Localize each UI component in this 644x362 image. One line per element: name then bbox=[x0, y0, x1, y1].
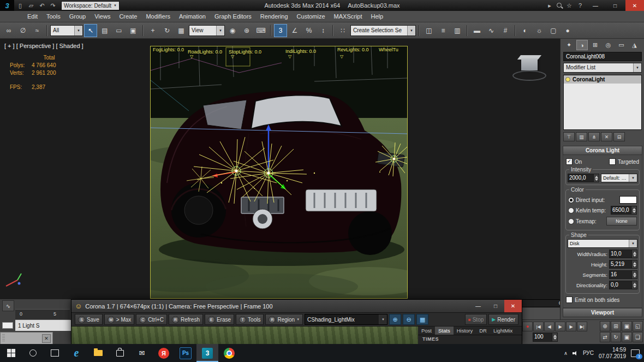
select-and-move-icon[interactable]: + bbox=[146, 24, 159, 37]
vfb-copy-button[interactable]: CCtrl+C bbox=[136, 314, 167, 325]
vfb-close-button[interactable]: ✕ bbox=[504, 300, 522, 312]
tab-motion-icon[interactable]: ◎ bbox=[603, 40, 614, 50]
shape-type-dropdown[interactable]: Disk ▼ bbox=[568, 239, 637, 248]
current-frame-spinner[interactable]: 100 bbox=[533, 333, 558, 342]
tab-create-icon[interactable]: ✦ bbox=[563, 40, 575, 50]
start-button[interactable] bbox=[0, 344, 22, 362]
vfb-save-button[interactable]: SSave bbox=[75, 314, 103, 325]
width-radius-spinner[interactable]: 10,0 bbox=[609, 250, 637, 258]
menu-group[interactable]: Group bbox=[65, 11, 91, 22]
segments-spinner[interactable]: 16 bbox=[609, 270, 637, 279]
taskbar-store[interactable] bbox=[109, 344, 131, 362]
keyboard-override-icon[interactable]: ⌨ bbox=[254, 24, 267, 37]
vfb-to-max-button[interactable]: M> Max bbox=[104, 314, 135, 325]
intensity-spinner[interactable]: 2000,0 bbox=[568, 174, 599, 182]
show-end-result-icon[interactable]: ▥ bbox=[576, 132, 587, 141]
taskbar-yandex[interactable]: Я bbox=[153, 344, 175, 362]
use-pivot-center-icon[interactable]: ◉ bbox=[226, 24, 239, 37]
orbit-icon[interactable]: ↻ bbox=[611, 332, 621, 342]
vfb-region-button[interactable]: RRegion▼ bbox=[265, 314, 303, 325]
vfb-tab-stats[interactable]: Stats bbox=[435, 327, 454, 335]
spinner-arrows[interactable] bbox=[631, 206, 636, 214]
snaps-toggle-icon[interactable]: 3 bbox=[274, 24, 287, 37]
vfb-tab-lightmix[interactable]: LightMix bbox=[490, 327, 516, 335]
schematic-view-icon[interactable]: # bbox=[499, 24, 512, 37]
perspective-viewport[interactable]: [ + ] [ Perspective ] [ Shaded ] Total P… bbox=[0, 38, 560, 299]
minimize-button[interactable]: — bbox=[586, 0, 605, 11]
texmap-radio[interactable] bbox=[568, 218, 574, 224]
unlink-selection-icon[interactable]: ∅ bbox=[16, 24, 29, 37]
taskbar-photoshop[interactable]: Ps bbox=[175, 344, 196, 362]
language-indicator[interactable]: РУС bbox=[583, 350, 594, 356]
workspace-dropdown[interactable]: Workspace: Default ▼ bbox=[61, 1, 120, 10]
select-and-link-icon[interactable]: ∞ bbox=[2, 24, 15, 37]
bind-to-spacewarp-icon[interactable]: ≈ bbox=[31, 24, 44, 37]
play-button[interactable]: ▶ bbox=[555, 322, 565, 331]
selection-region-icon[interactable]: ▭ bbox=[112, 24, 126, 37]
modifier-stack[interactable]: CoronaLight bbox=[563, 75, 642, 130]
spinner-arrows[interactable] bbox=[593, 174, 599, 182]
modifier-list-dropdown[interactable]: Modifier List ▼ bbox=[563, 63, 642, 73]
vfb-render-button[interactable]: ▶Render bbox=[488, 314, 518, 325]
directionality-spinner[interactable]: 0,0 bbox=[609, 281, 637, 289]
undo-icon[interactable]: ↶ bbox=[37, 2, 47, 9]
taskbar-chrome[interactable] bbox=[218, 344, 240, 362]
volume-icon[interactable] bbox=[573, 351, 578, 355]
menu-customize[interactable]: Customize bbox=[293, 11, 330, 22]
select-object-icon[interactable]: ↖ bbox=[84, 24, 97, 37]
intensity-unit-dropdown[interactable]: Default: W... ▼ bbox=[601, 174, 637, 182]
selection-filter-dropdown[interactable]: All ▼ bbox=[50, 25, 83, 36]
track-bar[interactable]: 0 5 bbox=[15, 309, 70, 320]
previous-frame-button[interactable]: ◀ bbox=[544, 322, 554, 331]
pin-stack-icon[interactable]: ⊤ bbox=[563, 132, 575, 141]
field-of-view-icon[interactable]: ▣ bbox=[622, 332, 632, 342]
maximize-viewport-icon[interactable]: ❏ bbox=[633, 332, 643, 342]
go-to-start-button[interactable]: |◀ bbox=[533, 322, 544, 331]
close-icon[interactable]: ✕ bbox=[42, 334, 51, 343]
task-view-button[interactable] bbox=[44, 344, 65, 362]
3dsmax-logo[interactable]: 3 bbox=[0, 0, 14, 11]
new-scene-icon[interactable]: ▯ bbox=[15, 2, 25, 9]
curve-editor-icon[interactable]: ∿ bbox=[485, 24, 498, 37]
spinner-arrows[interactable] bbox=[552, 333, 557, 341]
layer-manager-icon[interactable]: ▥ bbox=[451, 24, 464, 37]
color-swatch[interactable] bbox=[619, 196, 637, 204]
zoom-all-icon[interactable]: ⊞ bbox=[611, 321, 621, 331]
vfb-zoom-out-icon[interactable]: ⊖ bbox=[403, 314, 415, 325]
mirror-icon[interactable]: ◫ bbox=[422, 24, 436, 37]
percent-snap-icon[interactable]: % bbox=[302, 24, 315, 37]
vfb-zoom-in-icon[interactable]: ⊕ bbox=[389, 314, 401, 325]
maximize-button[interactable]: □ bbox=[606, 0, 624, 11]
zoom-icon[interactable]: ⊕ bbox=[600, 321, 610, 331]
configure-modifier-sets-icon[interactable]: ⊟ bbox=[613, 132, 625, 141]
menu-tools[interactable]: Tools bbox=[42, 11, 65, 22]
object-name-field[interactable]: CoronaLight008 bbox=[563, 52, 642, 61]
spinner-arrows[interactable] bbox=[631, 250, 637, 258]
vfb-erase-button[interactable]: EErase bbox=[205, 314, 234, 325]
viewport-label[interactable]: [ + ] [ Perspective ] [ Shaded ] bbox=[4, 43, 84, 49]
menu-maxscript[interactable]: MAXScript bbox=[330, 11, 367, 22]
stack-item-coronalight[interactable]: CoronaLight bbox=[564, 75, 641, 84]
menu-rendering[interactable]: Rendering bbox=[256, 11, 293, 22]
align-icon[interactable]: ≡ bbox=[437, 24, 450, 37]
rollout-corona-light[interactable]: Corona Light bbox=[563, 146, 642, 155]
zoom-region-icon[interactable]: ◱ bbox=[633, 321, 643, 331]
named-selection-sets-icon[interactable]: ∷ bbox=[336, 24, 349, 37]
zoom-extents-icon[interactable]: ▣ bbox=[622, 321, 632, 331]
vfb-tools-button[interactable]: TTools bbox=[236, 314, 264, 325]
menu-modifiers[interactable]: Modifiers bbox=[141, 11, 175, 22]
vfb-stop-button[interactable]: ■Stop bbox=[465, 314, 487, 325]
vfb-tab-post[interactable]: Post bbox=[418, 327, 435, 335]
tab-utilities-icon[interactable]: ◮ bbox=[629, 40, 640, 50]
spinner-arrows[interactable] bbox=[631, 281, 637, 289]
menu-graph-editors[interactable]: Graph Editors bbox=[210, 11, 256, 22]
menu-help[interactable]: Help bbox=[367, 11, 388, 22]
targeted-checkbox[interactable] bbox=[609, 158, 616, 165]
texmap-none-button[interactable]: None bbox=[606, 217, 637, 225]
action-center-icon[interactable]: 3 bbox=[631, 349, 640, 357]
redo-icon[interactable]: ↷ bbox=[48, 2, 58, 9]
taskbar-search-button[interactable] bbox=[22, 344, 44, 362]
taskbar-edge[interactable]: e bbox=[65, 344, 87, 362]
hidden-icons-chevron-icon[interactable]: ∧ bbox=[564, 351, 568, 356]
taskbar-3dsmax[interactable]: 3 bbox=[196, 344, 218, 362]
